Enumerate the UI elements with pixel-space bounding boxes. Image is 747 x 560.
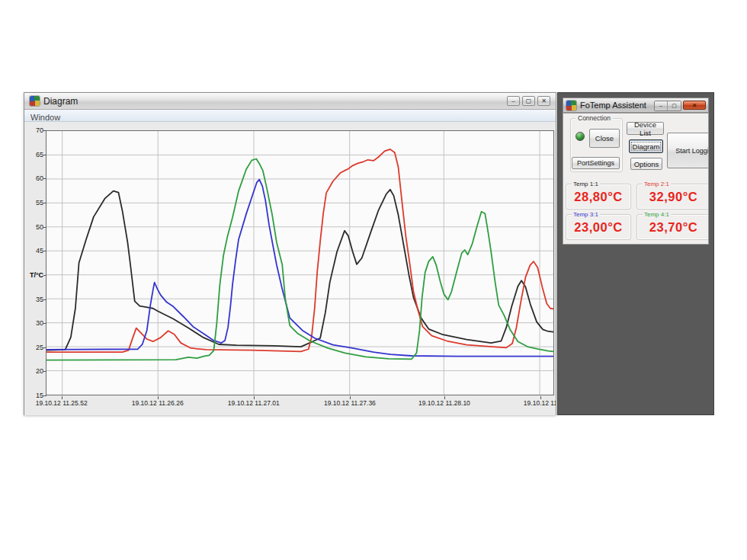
y-axis-tick bbox=[43, 395, 46, 396]
series-temp-3-1 bbox=[46, 180, 553, 357]
y-axis-label: 30 bbox=[24, 319, 43, 327]
temp-3-1-box: Temp 3:1 23,00°C bbox=[566, 214, 631, 240]
app-icon bbox=[30, 96, 40, 106]
portsettings-button[interactable]: PortSettings bbox=[572, 157, 620, 169]
x-axis-tick bbox=[444, 396, 445, 399]
temp-1-1-label: Temp 1:1 bbox=[572, 181, 600, 187]
y-axis-label: 60 bbox=[24, 174, 43, 182]
minimize-icon[interactable]: – bbox=[507, 96, 520, 106]
maximize-icon[interactable]: ▢ bbox=[522, 96, 535, 106]
window-controls: – ▢ ✕ bbox=[654, 101, 706, 111]
x-axis-label: 19.10.12 11.27.01 bbox=[220, 399, 288, 407]
y-axis-label: 70 bbox=[24, 126, 43, 134]
temp-1-1-box: Temp 1:1 28,80°C bbox=[566, 184, 631, 210]
x-axis-label: 19.10.12 11.28.10 bbox=[410, 399, 479, 407]
temp-2-1-value: 32,90°C bbox=[637, 190, 709, 204]
y-axis-tick bbox=[43, 323, 46, 324]
y-axis-label: 20 bbox=[24, 367, 43, 375]
connection-led-icon bbox=[575, 132, 585, 141]
x-axis-label: 19.10.12 11.27.36 bbox=[316, 399, 384, 407]
dark-background-panel: FoTemp Assistent – ▢ ✕ Connection Close … bbox=[557, 92, 714, 415]
y-axis-tick bbox=[43, 299, 46, 300]
y-axis-label: 65 bbox=[24, 151, 43, 158]
temperature-chart bbox=[46, 131, 553, 395]
temp-4-1-label: Temp 4:1 bbox=[643, 211, 671, 218]
maximize-icon[interactable]: ▢ bbox=[668, 101, 681, 110]
start-logging-button[interactable]: Start Logging bbox=[667, 133, 709, 168]
y-axis-tick bbox=[43, 178, 46, 179]
y-axis-label: 25 bbox=[24, 344, 43, 351]
diagram-window: Diagram – ▢ ✕ Window 706560555045T/°C353… bbox=[24, 92, 556, 415]
screenshot-stage: Diagram – ▢ ✕ Window 706560555045T/°C353… bbox=[0, 0, 747, 560]
y-axis-label: 55 bbox=[24, 199, 43, 206]
diagram-button[interactable]: Diagram bbox=[629, 139, 663, 153]
temp-1-1-value: 28,80°C bbox=[566, 190, 630, 204]
temp-3-1-label: Temp 3:1 bbox=[572, 211, 600, 218]
y-axis-tick bbox=[43, 275, 46, 276]
window-controls: – ▢ ✕ bbox=[507, 96, 550, 106]
temp-4-1-value: 23,70°C bbox=[637, 220, 709, 235]
x-axis-label: 19.10.12 11.26.26 bbox=[123, 399, 192, 407]
y-axis-label: 45 bbox=[24, 247, 43, 254]
temp-3-1-value: 23,00°C bbox=[566, 220, 630, 235]
y-axis-label: 50 bbox=[24, 223, 43, 231]
menu-bar: Window bbox=[24, 110, 556, 122]
x-axis-label: 19.10.12 11.25.52 bbox=[27, 399, 96, 407]
x-axis-tick bbox=[158, 396, 159, 399]
y-axis-tick bbox=[43, 227, 46, 228]
x-axis-tick bbox=[350, 396, 351, 399]
y-axis-tick bbox=[43, 155, 46, 155]
x-axis-tick bbox=[540, 396, 541, 399]
chart-client-area: 706560555045T/°C353025201519.10.12 11.25… bbox=[24, 122, 556, 415]
close-connection-button[interactable]: Close bbox=[589, 129, 620, 148]
diagram-titlebar[interactable]: Diagram – ▢ ✕ bbox=[24, 93, 556, 110]
device-list-button[interactable]: Device List bbox=[627, 122, 664, 135]
fotemp-body: Connection Close PortSettings Device Lis… bbox=[563, 113, 709, 245]
options-button[interactable]: Options bbox=[630, 158, 662, 170]
y-axis-tick bbox=[43, 347, 46, 348]
y-axis-tick bbox=[43, 203, 46, 203]
y-axis-label: T/°C bbox=[24, 271, 43, 279]
chart-plot bbox=[46, 130, 554, 395]
minimize-icon[interactable]: – bbox=[655, 101, 668, 110]
y-axis-label: 15 bbox=[24, 392, 43, 399]
temp-2-1-box: Temp 2:1 32,90°C bbox=[636, 184, 709, 210]
x-axis-label: 19.10.12 11 bbox=[506, 399, 556, 407]
close-icon[interactable]: ✕ bbox=[683, 101, 706, 110]
y-axis-label: 35 bbox=[24, 296, 43, 303]
app-icon bbox=[566, 101, 576, 110]
fotemp-titlebar[interactable]: FoTemp Assistent – ▢ ✕ bbox=[563, 98, 709, 113]
temp-4-1-box: Temp 4:1 23,70°C bbox=[636, 214, 709, 240]
series-temp-1-1 bbox=[46, 190, 553, 350]
diagram-window-title: Diagram bbox=[43, 96, 78, 107]
temp-2-1-label: Temp 2:1 bbox=[643, 181, 671, 187]
fotemp-window-title: FoTemp Assistent bbox=[580, 101, 646, 110]
series-temp-4-1 bbox=[46, 158, 553, 360]
connection-group-label: Connection bbox=[575, 114, 613, 122]
x-axis-tick bbox=[62, 396, 63, 399]
menu-item-window[interactable]: Window bbox=[24, 112, 66, 123]
y-axis-tick bbox=[43, 251, 46, 251]
y-axis-tick bbox=[43, 371, 46, 372]
x-axis-tick bbox=[254, 396, 255, 399]
close-icon[interactable]: ✕ bbox=[537, 96, 550, 106]
y-axis-tick bbox=[43, 130, 46, 131]
